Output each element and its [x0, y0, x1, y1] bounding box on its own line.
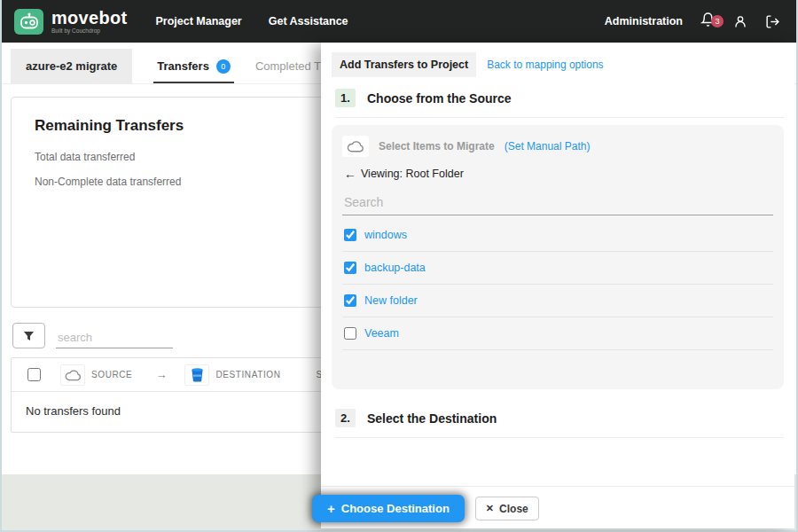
back-arrow-icon[interactable]: ← — [344, 167, 356, 181]
drawer-footer: + Choose Destination ✕ Close — [321, 486, 794, 528]
brand-tagline: Built by Couchdrop — [51, 28, 127, 35]
source-item-checkbox[interactable] — [344, 262, 356, 274]
source-item-row[interactable]: windows — [342, 219, 773, 252]
source-item-checkbox[interactable] — [344, 327, 356, 340]
source-item-label[interactable]: windows — [364, 229, 407, 241]
viewing-breadcrumb[interactable]: ← Viewing: Root Folder — [344, 167, 773, 181]
source-cloud-icon — [342, 136, 369, 157]
source-item-label[interactable]: backup-data — [364, 262, 426, 274]
brand-name: movebot — [51, 9, 127, 27]
back-to-mapping-link[interactable]: Back to mapping options — [487, 59, 603, 71]
select-items-label: Select Items to Migrate — [379, 140, 495, 153]
brand[interactable]: movebot Built by Couchdrop — [14, 9, 127, 35]
account-button[interactable] — [733, 14, 747, 29]
logout-button[interactable] — [765, 14, 780, 29]
step-2-number: 2. — [335, 409, 356, 427]
source-item-row[interactable]: Veeam — [342, 317, 773, 350]
add-transfers-drawer: Add Transfers to Project Back to mapping… — [321, 43, 794, 528]
close-label: Close — [499, 503, 528, 515]
nav-links: Project Manager Get Assistance — [155, 15, 348, 27]
notification-badge: 3 — [711, 15, 724, 27]
nav-project-manager[interactable]: Project Manager — [155, 15, 241, 27]
close-icon: ✕ — [486, 503, 494, 514]
nav-administration[interactable]: Administration — [605, 15, 683, 27]
funnel-icon — [23, 331, 35, 341]
source-item-checkbox[interactable] — [344, 294, 356, 307]
step-2-heading: 2. Select the Destination — [335, 409, 784, 438]
tab-transfers[interactable]: Transfers 0 — [157, 49, 231, 83]
logout-icon — [765, 14, 780, 29]
step-2-title: Select the Destination — [367, 411, 497, 426]
source-item-checkbox[interactable] — [344, 229, 356, 241]
source-cloud-icon — [60, 364, 85, 386]
tab-transfers-label: Transfers — [157, 59, 209, 73]
step-1-number: 1. — [335, 89, 356, 107]
source-item-row[interactable]: New folder — [342, 285, 773, 317]
nav-get-assistance[interactable]: Get Assistance — [269, 15, 348, 27]
picker-header: Select Items to Migrate (Set Manual Path… — [342, 134, 773, 165]
source-item-label[interactable]: New folder — [364, 294, 418, 307]
tab-transfers-badge: 0 — [216, 59, 231, 74]
page: movebot Built by Couchdrop Project Manag… — [0, 0, 798, 532]
source-item-row[interactable]: backup-data — [342, 252, 773, 285]
destination-bucket-icon — [184, 364, 209, 386]
select-all-checkbox[interactable] — [27, 368, 41, 381]
source-search-input[interactable] — [342, 190, 773, 215]
filter-button[interactable] — [12, 323, 45, 348]
movebot-logo-icon — [14, 9, 43, 35]
top-navbar: movebot Built by Couchdrop Project Manag… — [2, 0, 796, 43]
destination-column-header: DESTINATION — [215, 370, 280, 379]
notifications-button[interactable]: 3 — [700, 12, 716, 31]
choose-destination-button[interactable]: + Choose Destination — [312, 495, 465, 522]
drawer-header: Add Transfers to Project Back to mapping… — [321, 43, 794, 78]
step-1-heading: 1. Choose from the Source — [335, 89, 784, 118]
close-button[interactable]: ✕ Close — [475, 497, 539, 520]
nav-right: Administration 3 — [605, 12, 780, 31]
person-icon — [733, 14, 747, 29]
set-manual-path-link[interactable]: (Set Manual Path) — [505, 140, 591, 153]
drawer-title: Add Transfers to Project — [332, 52, 476, 77]
project-tab[interactable]: azure-e2 migrate — [11, 49, 132, 83]
viewing-label: Viewing: Root Folder — [361, 168, 464, 180]
plus-icon: + — [327, 501, 335, 516]
transfer-arrow-icon: → — [155, 368, 167, 381]
step-1-title: Choose from the Source — [367, 91, 512, 106]
source-item-label[interactable]: Veeam — [364, 327, 399, 340]
source-file-browser: Select Items to Migrate (Set Manual Path… — [332, 125, 784, 389]
source-column-header: SOURCE — [91, 370, 132, 379]
transfers-search-input[interactable] — [56, 327, 173, 348]
choose-destination-label: Choose Destination — [341, 502, 450, 515]
